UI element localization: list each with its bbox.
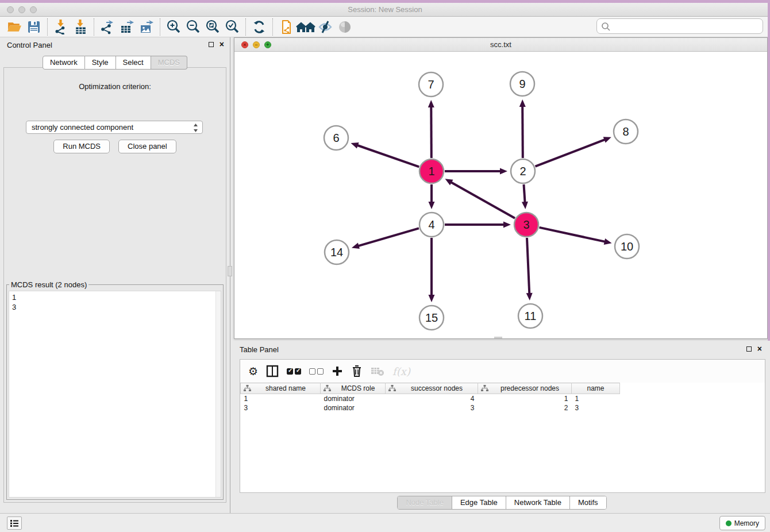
graph-edge-4-3[interactable]	[445, 222, 511, 228]
show-columns-button[interactable]	[266, 365, 279, 377]
table-settings-button[interactable]: ⚙	[248, 366, 258, 377]
panel-divider-handle[interactable]	[228, 266, 232, 276]
zoom-selected-button[interactable]	[222, 18, 242, 36]
mcds-result-text: 1 3	[9, 291, 221, 313]
column-header-predecessor-nodes[interactable]: predecessor nodes	[478, 383, 572, 394]
float-panel-icon[interactable]	[746, 346, 752, 352]
column-header-name[interactable]: name	[572, 383, 620, 394]
column-header-successor-nodes[interactable]: successor nodes	[386, 383, 478, 394]
delete-column-button[interactable]	[351, 365, 363, 377]
network-maximize-button[interactable]: +	[264, 41, 271, 48]
graph-edge-1-2[interactable]	[445, 168, 507, 175]
search-input[interactable]	[611, 20, 763, 33]
close-panel-icon[interactable]: ×	[220, 41, 224, 47]
table-row[interactable]: 1 dominator 4 1 1	[241, 394, 620, 403]
search-box[interactable]	[596, 18, 763, 34]
clone-network-button[interactable]	[276, 18, 296, 36]
network-minimize-button[interactable]: −	[253, 41, 260, 48]
zoom-window-button[interactable]	[30, 6, 37, 13]
tab-network[interactable]: Network	[43, 56, 85, 70]
tab-style[interactable]: Style	[85, 56, 116, 70]
memory-button[interactable]: Memory	[719, 516, 765, 530]
graph-edge-3-10[interactable]	[540, 228, 612, 245]
clone-network-icon	[278, 19, 294, 35]
graph-edge-2-9[interactable]	[519, 99, 526, 158]
graph-edge-3-1[interactable]	[445, 179, 515, 218]
add-column-button[interactable]	[332, 365, 343, 377]
graph-node-3[interactable]: 3	[514, 213, 538, 237]
column-header-mcds-role[interactable]: MCDS role	[321, 383, 386, 394]
control-panel-tabs: Network Style Select MCDS	[0, 56, 230, 70]
graph-node-2[interactable]: 2	[511, 159, 535, 183]
export-network-button[interactable]	[98, 18, 117, 36]
delete-table-button[interactable]	[371, 366, 384, 376]
tab-network-table[interactable]: Network Table	[506, 496, 569, 509]
graph-node-10[interactable]: 10	[615, 234, 639, 259]
minimize-window-button[interactable]	[18, 6, 25, 13]
deselect-all-columns-button[interactable]	[309, 368, 324, 375]
hide-graphics-button[interactable]	[315, 18, 335, 36]
detail-sphere-icon	[337, 20, 352, 34]
column-header-shared-name[interactable]: shared name	[241, 383, 321, 394]
network-canvas[interactable]: 1234678910111415	[234, 52, 767, 338]
node-table-container: ⚙	[240, 359, 765, 493]
task-history-button[interactable]	[7, 516, 22, 530]
result-scrollbar[interactable]	[215, 291, 221, 497]
tab-mcds[interactable]: MCDS	[151, 56, 187, 70]
graph-node-1[interactable]: 1	[419, 159, 444, 183]
graph-node-11[interactable]: 11	[518, 304, 542, 328]
float-panel-icon[interactable]	[209, 42, 214, 47]
home-button[interactable]	[296, 18, 315, 36]
zoom-fit-button[interactable]	[203, 18, 222, 36]
graph-edge-1-6[interactable]	[351, 142, 419, 167]
plus-icon	[332, 365, 343, 377]
network-graph[interactable]: 1234678910111415	[234, 52, 767, 338]
export-table-button[interactable]	[117, 18, 137, 36]
zoom-out-button[interactable]	[183, 18, 203, 36]
close-window-button[interactable]	[7, 6, 14, 13]
network-close-button[interactable]: ×	[241, 41, 248, 48]
graph-edge-4-15[interactable]	[429, 238, 435, 302]
network-window-titlebar[interactable]: × − + scc.txt	[234, 38, 767, 52]
graph-edge-3-11[interactable]	[526, 238, 533, 300]
graph-node-14[interactable]: 14	[325, 240, 349, 264]
trash-icon	[351, 365, 363, 377]
import-network-button[interactable]	[51, 18, 71, 36]
canvas-resize-handle[interactable]	[494, 337, 502, 338]
import-table-button[interactable]	[71, 18, 90, 36]
tab-edge-table[interactable]: Edge Table	[452, 496, 506, 509]
search-icon	[600, 21, 611, 32]
graph-node-9[interactable]: 9	[510, 72, 534, 96]
table-row[interactable]: 3 dominator 3 2 3	[241, 403, 620, 413]
graph-node-7[interactable]: 7	[419, 72, 443, 97]
graph-edge-4-14[interactable]	[352, 228, 419, 249]
graph-edge-2-8[interactable]	[536, 137, 611, 166]
select-all-columns-button[interactable]	[287, 368, 301, 375]
mcds-result-title: MCDS result (2 nodes)	[9, 280, 88, 289]
graph-node-15[interactable]: 15	[419, 306, 444, 330]
toolbar-separator	[94, 18, 94, 36]
zoom-in-button[interactable]	[164, 18, 183, 36]
level-of-detail-button[interactable]	[335, 18, 355, 36]
mcds-result-text-area[interactable]: 1 3	[9, 291, 221, 498]
close-panel-button[interactable]: Close panel	[118, 140, 176, 153]
refresh-layout-button[interactable]	[249, 18, 269, 36]
workspace: Control Panel × Network Style Select MCD…	[0, 37, 770, 513]
table-panel-title: Table Panel	[234, 345, 770, 358]
close-panel-icon[interactable]: ×	[757, 346, 762, 352]
export-image-button[interactable]	[137, 18, 156, 36]
save-session-button[interactable]	[24, 18, 44, 36]
open-session-button[interactable]	[5, 18, 24, 36]
graph-edge-1-4[interactable]	[429, 184, 435, 209]
run-mcds-button[interactable]: Run MCDS	[53, 140, 110, 153]
graph-edge-1-7[interactable]	[428, 100, 434, 158]
tab-node-table[interactable]: Node Table	[398, 496, 452, 509]
optimization-criterion-select[interactable]: strongly connected component	[26, 121, 203, 134]
graph-node-6[interactable]: 6	[324, 126, 348, 150]
function-builder-button[interactable]: f(x)	[392, 365, 410, 377]
graph-node-8[interactable]: 8	[614, 119, 638, 144]
tab-motifs[interactable]: Motifs	[569, 496, 606, 509]
graph-edge-2-3[interactable]	[522, 184, 528, 209]
graph-node-4[interactable]: 4	[419, 213, 444, 237]
tab-select[interactable]: Select	[116, 56, 151, 70]
